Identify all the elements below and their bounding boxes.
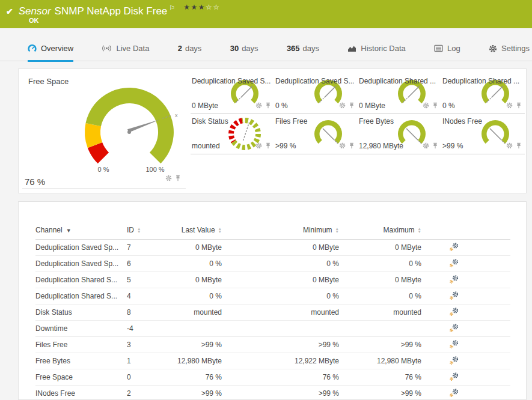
- pin-icon[interactable]: [265, 141, 271, 151]
- status-badge: OK: [29, 17, 39, 24]
- gear-icon[interactable]: [339, 100, 346, 111]
- tab-30-days[interactable]: 30days: [230, 44, 258, 62]
- tab-label: days: [303, 44, 319, 53]
- cell-maximum: >99 %: [339, 386, 421, 400]
- sort-icon[interactable]: ▲▼: [335, 227, 339, 233]
- gear-icon[interactable]: [506, 100, 513, 111]
- gear-icon[interactable]: [423, 100, 429, 111]
- pin-icon[interactable]: [265, 100, 271, 111]
- cell-minimum: 0 MByte: [222, 272, 339, 288]
- gauge-title: Deduplication Saved S...: [275, 77, 356, 85]
- gear-icon: [489, 44, 497, 53]
- gauge-value: 0 %: [442, 102, 455, 110]
- column-header-min[interactable]: Minimum▲▼: [222, 221, 339, 240]
- gauge-actions: [339, 141, 355, 151]
- cell-last-value: mounted: [162, 305, 222, 321]
- sensor-header: ✔ Sensor SNMP NetApp Disk Free ⚐ ★★★☆☆ O…: [0, 0, 532, 28]
- column-header-max[interactable]: Maximum▲▼: [339, 221, 421, 240]
- cell-id: 7: [127, 240, 162, 256]
- sort-icon[interactable]: ▲▼: [137, 227, 141, 233]
- broadcast-icon: [102, 44, 112, 52]
- main-gauge-actions: [165, 173, 181, 184]
- tab-settings[interactable]: Settings: [489, 44, 530, 62]
- channel-settings-icon[interactable]: [449, 307, 459, 318]
- channel-settings-icon[interactable]: [449, 274, 459, 286]
- tab-bar: OverviewLive Data2days30days365daysHisto…: [0, 28, 532, 61]
- main-gauge-value: 76 %: [25, 177, 45, 187]
- channel-settings-icon[interactable]: [449, 291, 459, 302]
- scale-min-label: 0 %: [98, 166, 109, 173]
- tab-label: days: [242, 44, 258, 53]
- channel-settings-icon[interactable]: [449, 372, 459, 383]
- gauge-needle: [127, 120, 161, 133]
- cell-channel: Deduplication Saved Sp...: [35, 256, 127, 272]
- tab-label: Historic Data: [361, 44, 405, 53]
- column-header-actions: [421, 221, 486, 240]
- sort-icon[interactable]: ▲▼: [218, 227, 222, 233]
- cell-channel: INodes Free: [35, 386, 127, 400]
- gauge-cell-5: Files Free >99 %: [274, 114, 358, 154]
- table-row: Free Bytes 1 12,980 MByte 12,922 MByte 1…: [35, 353, 510, 369]
- value-marker: x: [175, 112, 178, 118]
- sort-icon[interactable]: ▲▼: [418, 227, 421, 233]
- cell-id: 1: [127, 353, 162, 369]
- gear-icon[interactable]: [339, 141, 346, 151]
- cell-channel: Deduplication Shared S...: [35, 288, 127, 305]
- cell-maximum: mounted: [339, 305, 421, 321]
- gauge-title: Disk Status: [192, 117, 272, 126]
- tab-2-days[interactable]: 2days: [178, 44, 202, 62]
- cell-id: 8: [127, 305, 162, 321]
- channel-settings-icon[interactable]: [449, 258, 459, 270]
- gear-icon[interactable]: [165, 173, 172, 184]
- table-row: Deduplication Saved Sp... 6 0 % 0 % 0 %: [35, 256, 510, 272]
- cell-last-value: 0 MByte: [162, 272, 222, 288]
- gauge-value: 0 MByte: [192, 102, 218, 110]
- gauge-actions: [255, 100, 271, 111]
- channel-settings-icon[interactable]: [449, 242, 459, 253]
- tab-live-data[interactable]: Live Data: [102, 44, 149, 62]
- page-title: SNMP NetApp Disk Free: [55, 5, 168, 17]
- pin-icon[interactable]: [175, 173, 181, 184]
- channels-table-header: Channel▼ID▲▼Last Value▲▼Minimum▲▼Maximum…: [35, 221, 510, 240]
- channel-settings-icon[interactable]: [449, 339, 459, 351]
- tab-overview[interactable]: Overview: [28, 44, 73, 62]
- gear-icon[interactable]: [255, 100, 262, 111]
- column-header-channel[interactable]: Channel▼: [35, 221, 127, 240]
- tab-log[interactable]: Log: [434, 44, 460, 62]
- free-space-gauge: x 0 % 100 %: [75, 80, 191, 175]
- tab-label: Overview: [41, 44, 73, 53]
- cell-last-value: 0 %: [162, 288, 222, 305]
- pin-icon[interactable]: [516, 100, 522, 111]
- cell-maximum: 0 %: [339, 288, 421, 305]
- channel-settings-icon[interactable]: [449, 356, 459, 367]
- pin-icon[interactable]: [432, 141, 438, 151]
- priority-stars[interactable]: ★★★☆☆: [183, 3, 220, 11]
- channel-settings-icon[interactable]: [449, 388, 459, 399]
- gear-icon[interactable]: [423, 141, 429, 151]
- column-header-id[interactable]: ID▲▼: [127, 221, 162, 240]
- cell-id: -4: [127, 321, 162, 337]
- column-header-last[interactable]: Last Value▲▼: [162, 221, 222, 240]
- cell-minimum: mounted: [222, 305, 339, 321]
- channels-panel: Channel▼ID▲▼Last Value▲▼Minimum▲▼Maximum…: [18, 201, 527, 400]
- cell-last-value: 12,980 MByte: [162, 353, 222, 369]
- gear-icon[interactable]: [506, 141, 513, 151]
- gear-icon[interactable]: [255, 141, 262, 151]
- cell-maximum: 0 %: [339, 256, 421, 272]
- cell-minimum: 0 %: [222, 256, 339, 272]
- pin-icon[interactable]: [349, 100, 355, 111]
- table-row: INodes Free 2 >99 % >99 % >99 %: [35, 386, 510, 400]
- pin-icon[interactable]: [432, 100, 438, 111]
- pin-icon[interactable]: [516, 141, 522, 151]
- main-gauge-cell: Free Space x 0 % 100 % 76 %: [22, 69, 186, 189]
- tab-label: Live Data: [116, 44, 149, 53]
- tab-historic-data[interactable]: Historic Data: [347, 44, 405, 62]
- pin-icon[interactable]: [349, 141, 355, 151]
- sort-desc-icon[interactable]: ▼: [66, 228, 72, 234]
- gauge-actions: [423, 141, 438, 151]
- table-row: Free Space 0 76 % 76 % 76 %: [35, 369, 510, 386]
- flag-icon[interactable]: ⚐: [169, 4, 175, 12]
- channel-settings-icon[interactable]: [449, 323, 459, 335]
- gauge-cell-0: Deduplication Saved S... 0 MByte: [191, 74, 274, 114]
- tab-365-days[interactable]: 365days: [287, 44, 319, 62]
